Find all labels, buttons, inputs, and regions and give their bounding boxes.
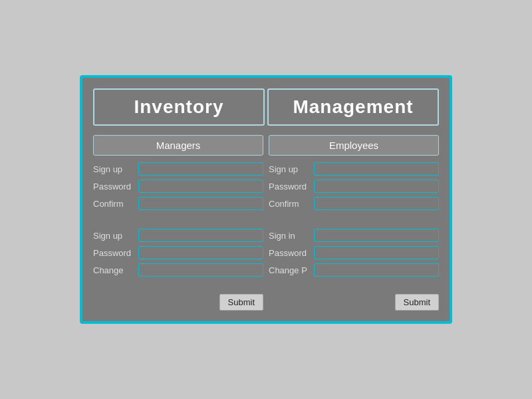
managers-signup-input[interactable] xyxy=(138,162,263,176)
employees-signup-label: Sign up xyxy=(269,164,314,174)
managers-confirm-label: Confirm xyxy=(93,199,138,209)
employees-changep-label: Change P xyxy=(269,265,314,275)
employees-confirm-label: Confirm xyxy=(269,199,314,209)
employees-changep-input[interactable] xyxy=(314,263,439,277)
employees-password2-row: Password xyxy=(269,246,439,259)
managers-password2-input[interactable] xyxy=(138,246,263,259)
employees-signin-label: Sign in xyxy=(269,231,314,241)
managers-change-section: Sign up Password Change xyxy=(93,229,263,281)
employees-signin-row: Sign in xyxy=(269,229,439,242)
employees-signup-section: Sign up Password Confirm xyxy=(269,162,439,214)
employees-changep-row: Change P xyxy=(269,263,439,277)
managers-password2-label: Password xyxy=(93,248,138,258)
employees-submit-button[interactable]: Submit xyxy=(395,294,439,311)
managers-password-row: Password xyxy=(93,180,263,193)
managers-password2-row: Password xyxy=(93,246,263,259)
managers-password-input[interactable] xyxy=(138,180,263,193)
managers-signup-label: Sign up xyxy=(93,164,138,174)
title-row: Inventory Management xyxy=(93,88,439,126)
managers-signup2-label: Sign up xyxy=(93,231,138,241)
managers-signup2-input[interactable] xyxy=(138,229,263,242)
managers-password-label: Password xyxy=(93,182,138,192)
employees-password2-input[interactable] xyxy=(314,246,439,259)
managers-change-row: Change xyxy=(93,263,263,277)
managers-header: Managers xyxy=(93,135,263,156)
employees-password-row: Password xyxy=(269,180,439,193)
managers-confirm-row: Confirm xyxy=(93,197,263,210)
main-panel: Inventory Management Managers Sign up Pa… xyxy=(80,75,452,324)
title-inventory: Inventory xyxy=(93,88,265,126)
employees-signin-input[interactable] xyxy=(314,229,439,242)
managers-signup-section: Sign up Password Confirm xyxy=(93,162,263,214)
managers-change-label: Change xyxy=(93,265,138,275)
employees-password2-label: Password xyxy=(269,248,314,258)
employees-column: Employees Sign up Password Confirm xyxy=(269,135,439,311)
employees-header: Employees xyxy=(269,135,439,156)
employees-signup-input[interactable] xyxy=(314,162,439,176)
employees-confirm-input[interactable] xyxy=(314,197,439,210)
employees-divider xyxy=(269,222,439,229)
employees-password-input[interactable] xyxy=(314,180,439,193)
managers-column: Managers Sign up Password Confirm xyxy=(93,135,263,311)
title-management: Management xyxy=(267,88,439,126)
managers-submit-row: Submit xyxy=(93,294,263,311)
managers-signup-row: Sign up xyxy=(93,162,263,176)
managers-change-input[interactable] xyxy=(138,263,263,277)
employees-confirm-row: Confirm xyxy=(269,197,439,210)
employees-password-label: Password xyxy=(269,182,314,192)
managers-signup2-row: Sign up xyxy=(93,229,263,242)
employees-submit-row: Submit xyxy=(269,294,439,311)
managers-confirm-input[interactable] xyxy=(138,197,263,210)
managers-divider xyxy=(93,222,263,229)
employees-signin-section: Sign in Password Change P xyxy=(269,229,439,281)
managers-submit-button[interactable]: Submit xyxy=(219,294,263,311)
content-row: Managers Sign up Password Confirm xyxy=(93,135,439,311)
employees-signup-row: Sign up xyxy=(269,162,439,176)
